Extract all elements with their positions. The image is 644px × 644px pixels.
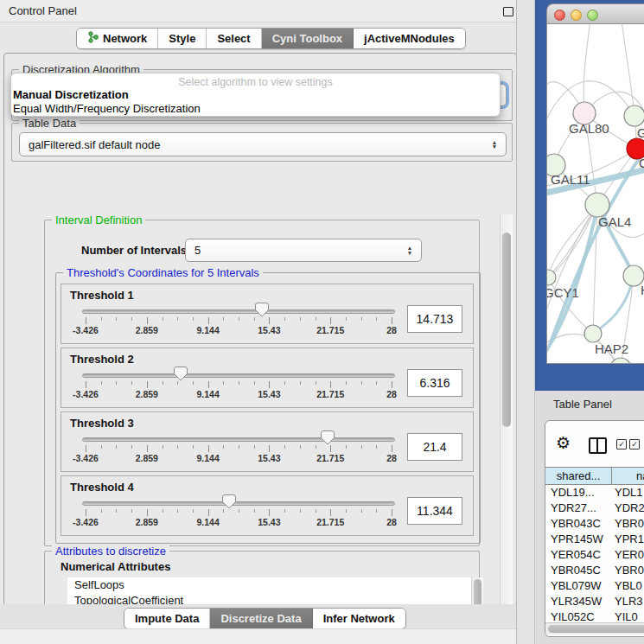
tab-infer-network[interactable]: Infer Network — [313, 609, 405, 628]
network-node[interactable] — [585, 193, 609, 217]
tab-jactivemnodules[interactable]: jActiveMNodules — [354, 29, 465, 48]
table-data-title: Table Data — [19, 117, 80, 130]
checkbox-icon[interactable]: ✓ — [629, 439, 640, 450]
tab-network[interactable]: Network — [77, 29, 158, 48]
panel-divider[interactable] — [516, 0, 535, 644]
slider-thumb[interactable] — [174, 367, 188, 381]
network-node[interactable] — [624, 105, 644, 126]
cell-shared-name[interactable]: YBR045C — [545, 563, 611, 578]
cell-name[interactable]: YBR0 — [611, 563, 644, 578]
tab-discretize-data[interactable]: Discretize Data — [210, 609, 312, 628]
threshold-value-field[interactable]: 14.713 — [407, 305, 462, 333]
slider-tick-label: 2.859 — [136, 453, 158, 463]
network-icon — [87, 31, 99, 46]
table-row[interactable]: YBR043CYBR0 — [545, 516, 644, 532]
table-row[interactable]: YBR045CYBR0 — [545, 563, 644, 578]
cell-shared-name[interactable]: YPR145W — [545, 532, 611, 547]
network-node-label: GCY1 — [547, 285, 579, 300]
cell-name[interactable]: YPR1 — [611, 532, 644, 547]
checkbox-icon[interactable]: ✓ — [616, 439, 627, 450]
attribute-list-item[interactable]: SelfLoops — [67, 577, 482, 593]
slider-tick-label: -3.426 — [73, 389, 99, 399]
number-of-intervals-value: 5 — [186, 244, 405, 257]
network-view-canvas[interactable]: GAL80GACGAL11GAL4GCY1HHAP2 — [546, 24, 644, 364]
cell-shared-name[interactable]: YIL052C — [545, 609, 611, 622]
table-row[interactable]: YDL19...YDL1 — [545, 485, 644, 501]
network-node-label: H — [641, 283, 644, 297]
slider-track[interactable] — [82, 309, 395, 314]
slider-tick-label: 2.859 — [136, 325, 158, 335]
table-row[interactable]: YBL079WYBL0 — [545, 578, 644, 594]
tab-network-label: Network — [103, 32, 147, 45]
number-of-intervals-combobox[interactable]: 5 ▲▼ — [185, 239, 422, 262]
cell-shared-name[interactable]: YBR043C — [545, 516, 611, 532]
tab-impute-data[interactable]: Impute Data — [124, 609, 210, 628]
threshold-box-2: Threshold 2-3.4262.8599.14415.4321.71528… — [61, 348, 474, 408]
cell-shared-name[interactable]: YBL079W — [545, 578, 611, 594]
tab-cyni-toolbox[interactable]: Cyni Toolbox — [262, 29, 354, 48]
table-row[interactable]: YDR27...YDR2 — [545, 501, 644, 516]
slider-tick-label: 21.715 — [316, 453, 344, 463]
slider-tick-label: 15.43 — [258, 517, 280, 527]
table-row[interactable]: YLR345WYLR3 — [545, 594, 644, 609]
column-header-shared-name[interactable]: shared... — [545, 468, 612, 484]
algorithm-option-equal-width[interactable]: Equal Width/Frequency Discretization — [11, 102, 500, 116]
slider-track[interactable] — [82, 437, 395, 442]
slider-track[interactable] — [82, 501, 395, 506]
tab-style[interactable]: Style — [158, 29, 207, 48]
float-window-icon[interactable] — [503, 7, 513, 16]
threshold-value-field[interactable]: 6.316 — [407, 369, 462, 397]
zoom-traffic-light[interactable] — [587, 10, 598, 21]
combo-stepper-icon: ▲▼ — [490, 140, 499, 150]
threshold-value-field[interactable]: 21.4 — [407, 433, 462, 461]
threshold-slider[interactable]: -3.4262.8599.14415.4321.71528 — [82, 302, 395, 336]
threshold-slider[interactable]: -3.4262.8599.14415.4321.71528 — [82, 366, 395, 400]
cell-shared-name[interactable]: YER054C — [545, 547, 611, 563]
tab-impute-data-label: Impute Data — [135, 612, 199, 625]
slider-thumb[interactable] — [222, 494, 236, 509]
columns-icon[interactable] — [589, 437, 607, 454]
slider-tick-label: 2.859 — [136, 517, 158, 527]
cell-name[interactable]: YBR0 — [611, 516, 644, 532]
table-data-group: Table Data galFiltered.sif default node … — [11, 123, 513, 162]
cell-name[interactable]: YER0 — [611, 547, 644, 563]
tab-style-label: Style — [169, 32, 195, 45]
slider-thumb[interactable] — [321, 430, 335, 445]
slider-tick-label: 9.144 — [196, 517, 219, 527]
cell-shared-name[interactable]: YDL19... — [545, 485, 611, 501]
slider-thumb[interactable] — [255, 303, 269, 317]
cell-name[interactable]: YLR3 — [611, 594, 644, 609]
table-horizontal-scrollbar[interactable] — [545, 622, 644, 634]
threshold-value-field[interactable]: 11.344 — [407, 497, 462, 525]
cell-name[interactable]: YBL0 — [611, 578, 644, 594]
tab-jactivemnodules-label: jActiveMNodules — [364, 32, 455, 45]
tab-select[interactable]: Select — [207, 29, 261, 48]
table-row[interactable]: YIL052CYIL0 — [545, 609, 644, 622]
slider-tick-label: -3.426 — [73, 453, 99, 463]
network-window-titlebar[interactable] — [546, 3, 644, 24]
panel-scrollbar[interactable] — [500, 214, 513, 627]
cell-name[interactable]: YDL1 — [611, 485, 644, 501]
threshold-slider[interactable]: -3.4262.8599.14415.4321.71528 — [82, 430, 395, 464]
network-node[interactable] — [584, 325, 602, 342]
minimize-traffic-light[interactable] — [571, 10, 582, 21]
cell-name[interactable]: YDR2 — [611, 501, 644, 516]
column-header-name[interactable]: na — [612, 468, 644, 484]
slider-track[interactable] — [82, 373, 395, 378]
threshold-slider[interactable]: -3.4262.8599.14415.4321.71528 — [82, 494, 395, 528]
threshold-box-4: Threshold 4-3.4262.8599.14415.4321.71528… — [61, 475, 474, 536]
tab-discretize-data-label: Discretize Data — [220, 612, 301, 625]
table-subwindow: ⚙ ✓ ✓ shared... na YDL19...YDL1YDR27...Y… — [545, 420, 644, 637]
table-row[interactable]: YER054CYER0 — [545, 547, 644, 563]
table-data-combobox[interactable]: galFiltered.sif default node ▲▼ — [19, 132, 507, 156]
cell-shared-name[interactable]: YLR345W — [545, 594, 611, 609]
close-traffic-light[interactable] — [554, 10, 565, 21]
threshold-label: Threshold 4 — [70, 481, 473, 494]
gear-icon[interactable]: ⚙ — [556, 433, 571, 453]
cell-name[interactable]: YIL0 — [611, 609, 644, 622]
algorithm-dropdown-popup: Select algorithm to view settings Manual… — [10, 73, 501, 117]
bottom-tab-bar: Impute Data Discretize Data Infer Networ… — [124, 608, 406, 629]
table-row[interactable]: YPR145WYPR1 — [545, 532, 644, 547]
algorithm-option-manual[interactable]: Manual Discretization — [11, 88, 500, 102]
cell-shared-name[interactable]: YDR27... — [545, 501, 611, 516]
